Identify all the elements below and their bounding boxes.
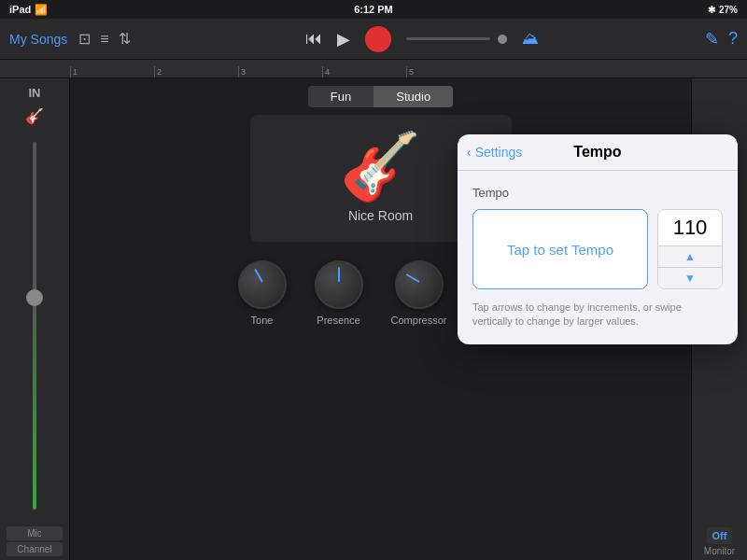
- toolbar-icons: ⊡ ≡ ⇅: [78, 30, 130, 48]
- toolbar-right: ✎ ?: [705, 29, 738, 49]
- status-left: iPad 📶: [9, 4, 48, 16]
- toolbar-left: My Songs ⊡ ≡ ⇅: [9, 30, 140, 48]
- ruler-mark-4: 4: [322, 66, 406, 77]
- tempo-section-label: Tempo: [472, 186, 723, 200]
- toolbar: My Songs ⊡ ≡ ⇅ ⏮ ▶ ⛰ ✎ ?: [0, 19, 747, 60]
- my-songs-button[interactable]: My Songs: [9, 32, 67, 47]
- list-icon[interactable]: ≡: [100, 31, 108, 48]
- main-area: IN 🎸 Mic Channel Fun Studio 🎸 Nice Room …: [0, 78, 747, 560]
- rewind-button[interactable]: ⏮: [305, 29, 322, 49]
- wifi-icon: 📶: [35, 4, 48, 16]
- bluetooth-icon: ✱: [708, 5, 715, 15]
- ruler-mark-3: 3: [238, 66, 322, 77]
- ruler-mark-1: 1: [70, 66, 154, 77]
- mixer-icon[interactable]: ⇅: [119, 30, 131, 48]
- battery-level: 27%: [719, 5, 738, 15]
- popover-header: ‹ Settings Tempo: [458, 134, 738, 171]
- progress-area: [406, 35, 507, 44]
- back-label: Settings: [475, 145, 523, 160]
- status-right: ✱ 27%: [708, 5, 738, 15]
- ruler: 1 2 3 4 5: [0, 60, 747, 78]
- tempo-up-button[interactable]: ▲: [658, 246, 722, 268]
- play-button[interactable]: ▶: [337, 29, 350, 49]
- popover-title: Tempo: [573, 144, 621, 161]
- loop-icon[interactable]: ⊡: [78, 30, 91, 48]
- record-button[interactable]: [365, 26, 391, 52]
- device-label: iPad: [9, 4, 31, 15]
- ruler-mark-5: 5: [406, 66, 490, 77]
- back-chevron-icon: ‹: [467, 145, 472, 160]
- toolbar-center: ⏮ ▶ ⛰: [151, 26, 694, 52]
- tempo-controls: Tap to set Tempo 110 ▲ ▼: [472, 209, 723, 289]
- tempo-down-button[interactable]: ▼: [658, 268, 722, 288]
- tempo-popover: ‹ Settings Tempo Tempo Tap to set Tempo …: [458, 134, 738, 344]
- tap-tempo-button[interactable]: Tap to set Tempo: [472, 209, 648, 289]
- help-button[interactable]: ?: [728, 29, 738, 49]
- status-bar: iPad 📶 6:12 PM ✱ 27%: [0, 0, 747, 19]
- tempo-value-display: 110: [658, 210, 722, 246]
- popover-body: Tempo Tap to set Tempo 110 ▲ ▼ Tap arrow…: [458, 171, 738, 344]
- tempo-hint: Tap arrows to change by increments, or s…: [472, 301, 723, 329]
- tempo-stepper: 110 ▲ ▼: [657, 209, 723, 289]
- pencil-button[interactable]: ✎: [705, 29, 719, 49]
- status-time: 6:12 PM: [354, 4, 393, 15]
- progress-bar: [406, 37, 490, 40]
- stepper-buttons: ▲ ▼: [658, 246, 722, 288]
- position-indicator: [498, 35, 507, 44]
- metronome-icon[interactable]: ⛰: [522, 29, 539, 49]
- popover-overlay: ‹ Settings Tempo Tempo Tap to set Tempo …: [0, 78, 747, 560]
- ruler-mark-2: 2: [154, 66, 238, 77]
- ruler-marks: 1 2 3 4 5: [70, 66, 490, 77]
- settings-back-button[interactable]: ‹ Settings: [467, 145, 522, 160]
